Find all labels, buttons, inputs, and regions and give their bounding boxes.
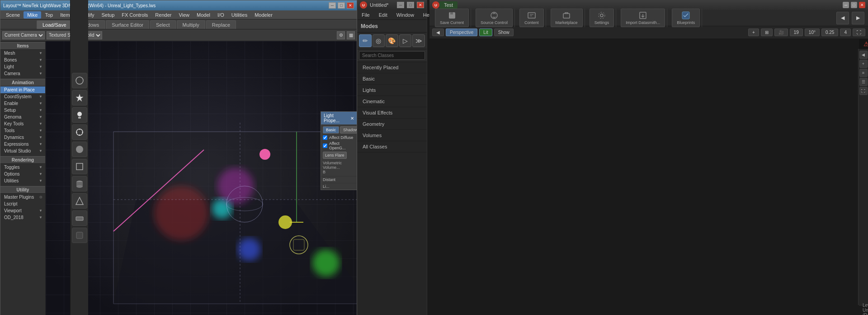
toolbar-arrow-right[interactable]: ▶ [852, 12, 864, 24]
up-min-btn[interactable]: ─ [397, 2, 404, 8]
uv-min-btn[interactable]: ─ [843, 2, 849, 8]
menu-window[interactable]: Window [394, 11, 417, 19]
blueprints-btn[interactable]: Blueprints [672, 9, 700, 27]
category-visual-effects[interactable]: Visual Effects [357, 107, 427, 119]
uv-max-btn[interactable]: □ [851, 2, 857, 8]
menu-fx[interactable]: FX Controls [118, 11, 151, 19]
tab-multiply[interactable]: Multiply [177, 20, 205, 29]
sidebar-dynamics[interactable]: Dynamics ▼ [0, 134, 45, 141]
lw-maximize-btn[interactable]: □ [338, 2, 345, 9]
lw-viewport[interactable]: Light Prope... ✕ Basic Shadow Affect Dif… [46, 41, 357, 315]
category-cinematic[interactable]: Cinematic [357, 96, 427, 107]
tab-loadsave[interactable]: Load/Save [37, 20, 72, 29]
mode-play[interactable]: ▷ [399, 34, 412, 47]
sidebar-camera[interactable]: Camera ▼ [0, 70, 45, 77]
menu-file[interactable]: File [359, 11, 373, 19]
sidebar-lscript[interactable]: Lscript [0, 200, 45, 207]
menu-scene[interactable]: Scene [2, 11, 24, 19]
menu-model[interactable]: Model [193, 11, 214, 19]
rt-btn-2[interactable]: + [859, 60, 868, 68]
import-datasmith-btn[interactable]: Import Datasmith... [621, 9, 665, 27]
vp-add-btn[interactable]: + [748, 29, 759, 36]
menu-mike[interactable]: Mike [24, 11, 41, 19]
vp-num4[interactable]: 4 [840, 29, 851, 36]
vp-grid-btn[interactable]: ⊞ [761, 29, 773, 36]
vp-camera-speed[interactable]: 🎥 [774, 29, 788, 36]
lens-flare-btn[interactable]: Lens Flare [323, 152, 347, 159]
content-btn[interactable]: Content [519, 9, 544, 27]
settings-icon[interactable]: ⚙ [337, 31, 345, 39]
vp-angle2[interactable]: 10° [805, 29, 820, 36]
menu-view[interactable]: View [175, 11, 193, 19]
menu-modeler[interactable]: Modeler [251, 11, 276, 19]
mode-pencil[interactable]: ✏ [359, 34, 372, 47]
rt-btn-5[interactable]: ⛶ [859, 87, 868, 95]
sidebar-toggles[interactable]: Toggles ▼ [0, 164, 45, 171]
menu-setup[interactable]: Setup [98, 11, 118, 19]
vp-lit-btn[interactable]: Lit [479, 29, 492, 36]
tab-replace[interactable]: Replace [206, 20, 236, 29]
rt-btn-4[interactable]: ☰ [859, 78, 868, 86]
item-sphere2[interactable] [72, 142, 87, 157]
sidebar-genoma[interactable]: Genoma ▼ [0, 114, 45, 120]
item-cone[interactable] [72, 193, 87, 209]
up-max-btn[interactable]: □ [407, 2, 414, 8]
up-close-btn[interactable]: ✕ [417, 2, 424, 8]
uv-close-btn[interactable]: ✕ [859, 2, 865, 8]
item-dark[interactable] [72, 228, 87, 243]
affect-opengl-checkbox[interactable] [323, 143, 327, 148]
light-props-close[interactable]: ✕ [350, 116, 354, 121]
sidebar-mesh[interactable]: Mesh ▼ [0, 50, 45, 57]
sidebar-enable[interactable]: Enable ▼ [0, 100, 45, 107]
tab-basic[interactable]: Basic [323, 126, 339, 134]
save-current-btn[interactable]: Save Current [435, 9, 469, 27]
settings-btn[interactable]: Settings [590, 9, 614, 27]
sidebar-expressions[interactable]: Expressions ▼ [0, 141, 45, 148]
tab-select[interactable]: Select [150, 20, 176, 29]
mode-paint[interactable]: 🎨 [386, 34, 398, 47]
item-light2[interactable] [72, 107, 87, 123]
vp-fullscreen[interactable]: ⛶ [853, 29, 865, 36]
lw-minimize-btn[interactable]: ─ [329, 2, 336, 9]
rt-btn-3[interactable]: ≡ [859, 69, 868, 77]
toolbar-arrow-left[interactable]: ◀ [836, 12, 849, 24]
item-light3[interactable] [72, 124, 87, 140]
sidebar-master-plugins[interactable]: Master Plugins ⊙ [0, 194, 45, 200]
item-plane[interactable] [72, 210, 87, 226]
grid-icon[interactable]: ▦ [347, 31, 355, 39]
sidebar-key-tools[interactable]: Key Tools ▼ [0, 120, 45, 127]
vp-show-btn[interactable]: Show [494, 29, 514, 36]
search-input[interactable] [359, 51, 425, 60]
tab-shadow[interactable]: Shadow [340, 126, 357, 134]
mode-hex[interactable]: ◎ [373, 34, 385, 47]
item-sphere[interactable] [72, 73, 87, 88]
marketplace-btn[interactable]: Marketplace [551, 9, 583, 27]
sidebar-coordsystem[interactable]: CoordSystem ▼ [0, 93, 45, 100]
item-cylinder[interactable] [72, 176, 87, 191]
sidebar-options[interactable]: Options ▼ [0, 171, 45, 177]
sidebar-setup[interactable]: Setup ▼ [0, 107, 45, 114]
category-lights[interactable]: Lights [357, 85, 427, 96]
source-control-btn[interactable]: Source Control [476, 9, 513, 27]
sidebar-light[interactable]: Light ▼ [0, 63, 45, 70]
affect-diffuse-checkbox[interactable] [323, 135, 327, 140]
camera-select[interactable]: Current Camera [2, 31, 45, 39]
category-basic[interactable]: Basic [357, 73, 427, 85]
category-volumes[interactable]: Volumes [357, 130, 427, 141]
item-light1[interactable] [72, 90, 87, 105]
menu-io[interactable]: I/O [214, 11, 228, 19]
sidebar-bones[interactable]: Bones ▼ [0, 57, 45, 63]
vp-num1[interactable]: 19 [790, 29, 803, 36]
vp-arrow-btn[interactable]: ◀ [432, 29, 444, 36]
vp-perspective-btn[interactable]: Perspective [446, 29, 477, 36]
sidebar-tools[interactable]: Tools ▼ [0, 127, 45, 134]
vp-zoom[interactable]: 0.25 [821, 29, 838, 36]
sidebar-parent-in-place[interactable]: Parent in Place [0, 86, 45, 93]
category-all-classes[interactable]: All Classes [357, 141, 427, 153]
sidebar-virtual-studio[interactable]: Virtual Studio ▼ [0, 148, 45, 154]
category-geometry[interactable]: Geometry [357, 119, 427, 130]
item-box[interactable] [72, 159, 87, 174]
sidebar-viewport[interactable]: Viewport ▼ [0, 207, 45, 214]
category-recently-placed[interactable]: Recently Placed [357, 62, 427, 73]
menu-edit[interactable]: Edit [376, 11, 390, 19]
